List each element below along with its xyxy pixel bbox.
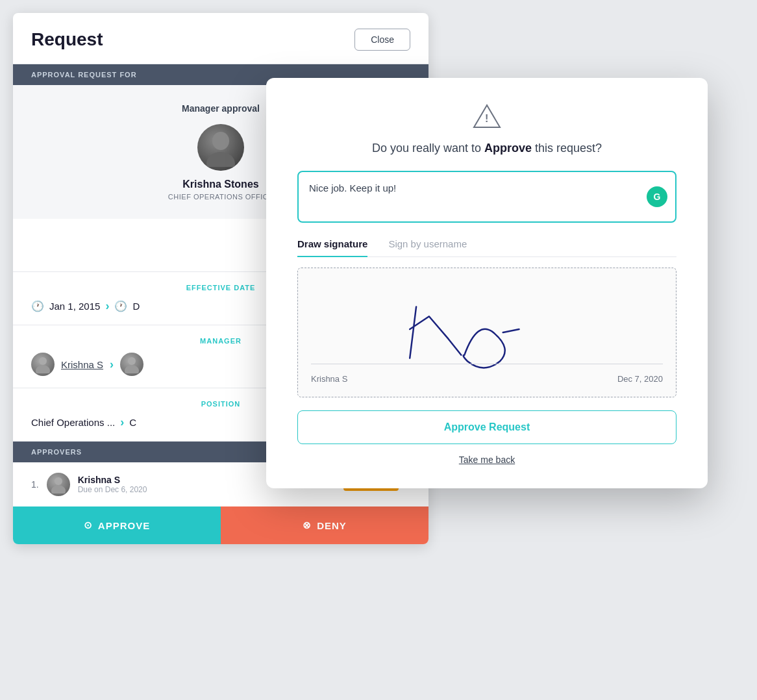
svg-point-6: [55, 477, 62, 485]
check-circle-icon: ⊙: [84, 519, 93, 531]
comment-box[interactable]: Nice job. Keep it up! G: [297, 171, 676, 223]
avatar: [197, 124, 244, 171]
manager-name[interactable]: Krishna S: [61, 359, 103, 370]
close-button[interactable]: Close: [354, 29, 410, 51]
position-value-2: C: [129, 417, 136, 428]
svg-text:!: !: [485, 113, 488, 124]
manager-avatar: [31, 353, 55, 376]
x-circle-icon: ⊗: [303, 519, 312, 531]
position-chevron-icon: ›: [120, 416, 124, 429]
manager-chevron-icon: ›: [110, 358, 114, 371]
signature-area[interactable]: Krishna S Dec 7, 2020: [297, 268, 676, 397]
approve-modal: ! Do you really want to Approve this req…: [266, 78, 708, 488]
warning-triangle-icon: !: [473, 104, 501, 129]
svg-point-1: [206, 152, 235, 167]
second-manager-avatar: [120, 353, 143, 376]
svg-point-2: [39, 357, 47, 365]
bottom-actions: ⊙ APPROVE ⊗ DENY: [13, 506, 428, 544]
grammarly-icon: G: [647, 186, 667, 207]
modal-title: Do you really want to Approve this reque…: [297, 142, 676, 155]
approve-button[interactable]: ⊙ APPROVE: [13, 506, 221, 544]
clock-icon: 🕐: [31, 300, 44, 312]
svg-point-7: [51, 485, 66, 494]
sign-date: Dec 7, 2020: [617, 374, 663, 384]
approver-number: 1.: [31, 479, 39, 490]
tab-sign-by-username[interactable]: Sign by username: [388, 238, 467, 256]
chevron-right-icon: ›: [105, 299, 109, 313]
svg-point-5: [125, 365, 139, 373]
position-value: Chief Operations ...: [31, 417, 115, 428]
svg-point-0: [212, 132, 229, 150]
comment-text: Nice job. Keep it up!: [309, 182, 396, 194]
request-card-header: Request Close: [13, 13, 428, 64]
request-title: Request: [31, 29, 103, 50]
tab-draw-signature[interactable]: Draw signature: [297, 238, 367, 257]
approve-request-button[interactable]: Approve Request: [297, 410, 676, 444]
clock-icon-2: 🕐: [114, 300, 127, 312]
end-date: D: [132, 301, 140, 312]
svg-point-4: [128, 357, 136, 365]
svg-point-3: [36, 365, 50, 373]
signature-tabs: Draw signature Sign by username: [297, 238, 676, 257]
approver-avatar: [47, 473, 70, 496]
deny-button[interactable]: ⊗ DENY: [221, 506, 428, 544]
person-name: Krishna Stones: [182, 179, 258, 190]
person-title: CHIEF OPERATIONS OFFICE: [168, 193, 273, 201]
signer-name: Krishna S: [311, 374, 347, 384]
take-back-link[interactable]: Take me back: [297, 455, 676, 465]
warning-icon-container: !: [297, 104, 676, 131]
signature-line: [311, 364, 663, 364]
start-date: Jan 1, 2015: [49, 301, 100, 312]
